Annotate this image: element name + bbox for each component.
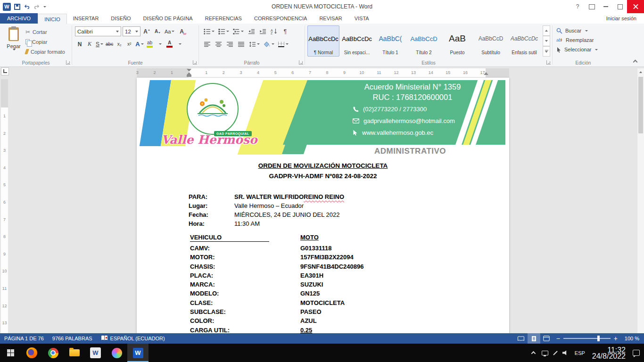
page-count-indicator[interactable]: PÁGINA 1 DE 76 [0,333,48,344]
restore-button[interactable] [613,0,627,13]
font-family-combo[interactable]: Calibri [75,26,121,36]
ribbon-tab[interactable]: INSERTAR [67,13,105,24]
highlight-color-button[interactable]: ab [145,39,155,49]
style-item[interactable]: AaBbCcDc Sin espaci... [341,25,373,57]
document-page[interactable]: Acuerdo Ministerial N° 1359 RUC : 176812… [137,78,509,333]
line-spacing-button[interactable] [248,39,261,49]
clipboard-dialog-launcher[interactable] [66,60,70,65]
ribbon-display-options-button[interactable] [585,0,599,13]
help-button[interactable]: ? [570,0,585,13]
align-left-button[interactable] [203,39,212,49]
zoom-in-button[interactable]: + [611,335,621,342]
save-icon[interactable] [14,4,20,10]
style-item[interactable]: AaBbCcD Título 2 [408,25,440,57]
paragraph-dialog-launcher[interactable] [299,60,303,65]
show-hide-marks-button[interactable]: ¶ [281,26,290,36]
decrease-indent-button[interactable] [247,26,256,36]
zoom-level[interactable]: 100 % [621,336,644,341]
style-item[interactable]: AaB Puesto [441,25,473,57]
word-app-icon[interactable]: W [3,3,11,11]
pen-tray-icon[interactable] [552,344,559,362]
customize-qat-icon[interactable] [43,6,46,8]
ribbon-tab[interactable]: VISTA [348,13,375,24]
left-indent-marker[interactable] [187,75,191,77]
sort-button[interactable]: AZ [269,26,279,36]
first-line-indent-marker[interactable] [187,69,191,72]
style-item[interactable]: AaBbCcDc Énfasis sutil [508,25,540,57]
format-painter-button[interactable]: Copiar formato [25,47,65,57]
align-center-button[interactable] [214,39,223,49]
vertical-scrollbar[interactable] [637,68,644,333]
shading-button[interactable] [263,39,275,49]
styles-scroll-up-button[interactable] [543,25,550,36]
right-indent-marker[interactable] [484,72,488,75]
clear-formatting-button[interactable]: A [177,26,186,36]
undo-icon[interactable] [24,4,30,9]
scroll-up-button[interactable] [637,68,644,75]
scrollbar-thumb[interactable] [638,77,643,133]
multilevel-list-button[interactable] [232,26,245,36]
font-color-dropdown-icon[interactable] [175,39,184,49]
ribbon-tab[interactable]: REVISAR [313,13,348,24]
bold-button[interactable]: N [75,39,84,49]
volume-tray-icon[interactable] [559,344,571,362]
strikethrough-button[interactable]: abc [105,39,114,49]
highlight-dropdown-icon[interactable] [155,39,165,49]
borders-button[interactable] [277,39,289,49]
ribbon-tab[interactable]: DISEÑO [105,13,137,24]
close-button[interactable] [627,0,644,13]
horizontal-ruler[interactable]: 3211234567891011121314151617 [0,68,637,77]
language-switcher[interactable]: ESP [571,344,588,362]
styles-more-button[interactable] [543,46,550,57]
ribbon-tab[interactable]: ARCHIVO [0,13,38,24]
text-effects-button[interactable]: A [134,39,144,49]
taskbar-firefox[interactable] [21,344,42,362]
shrink-font-button[interactable]: A [153,26,162,36]
ribbon-tab[interactable]: REFERENCIAS [199,13,248,24]
web-layout-button[interactable] [540,333,553,344]
taskbar-app-w[interactable]: W [85,344,106,362]
vertical-ruler[interactable]: 12345678910111213 [1,79,8,333]
word-count-indicator[interactable]: 9766 PALABRAS [48,333,97,344]
copy-button[interactable]: Copiar [25,37,65,47]
collapse-ribbon-button[interactable] [632,58,638,64]
grow-font-button[interactable]: A [142,26,151,36]
increase-indent-button[interactable] [258,26,267,36]
minimize-button[interactable] [599,0,613,13]
ribbon-tab[interactable]: INICIO [38,14,67,24]
ribbon-tab[interactable]: DISEÑO DE PÁGINA [137,13,199,24]
paste-button[interactable]: Pegar [3,25,24,59]
taskbar-word-active[interactable]: W [127,344,149,362]
taskbar-chrome[interactable] [42,344,64,362]
zoom-slider[interactable] [563,338,611,339]
font-color-button[interactable]: A [165,39,174,49]
align-right-button[interactable] [225,39,235,49]
display-tray-icon[interactable] [538,344,552,362]
redo-icon[interactable] [33,4,40,9]
start-button[interactable] [0,344,21,362]
styles-dialog-launcher[interactable] [546,60,551,65]
replace-button[interactable]: abReemplazar [556,36,594,44]
print-layout-button[interactable] [528,333,540,344]
action-center-button[interactable] [629,344,643,362]
taskbar-file-explorer[interactable] [64,344,85,362]
bullets-button[interactable] [203,26,215,36]
italic-button[interactable]: K [85,39,94,49]
change-case-button[interactable]: Aa [164,26,175,36]
find-button[interactable]: Buscar [556,26,588,35]
numbering-button[interactable] [217,26,230,36]
read-mode-button[interactable] [515,333,528,344]
underline-button[interactable]: S [95,39,104,49]
font-dialog-launcher[interactable] [193,60,197,65]
zoom-out-button[interactable]: − [553,335,563,342]
subscript-button[interactable]: x₂ [115,39,124,49]
font-size-combo[interactable]: 12 [123,26,140,36]
clock[interactable]: 11:32 24/8/2022 [588,347,629,359]
style-item[interactable]: AaBbC( Título 1 [374,25,406,57]
style-item[interactable]: AaBbCcDc ¶ Normal [307,25,339,57]
select-button[interactable]: Seleccionar [556,45,598,54]
zoom-slider-thumb[interactable] [597,336,600,341]
cut-button[interactable]: ✂Cortar [25,27,65,37]
ribbon-tab[interactable]: CORRESPONDENCIA [248,13,313,24]
hidden-icons-button[interactable] [528,344,538,362]
